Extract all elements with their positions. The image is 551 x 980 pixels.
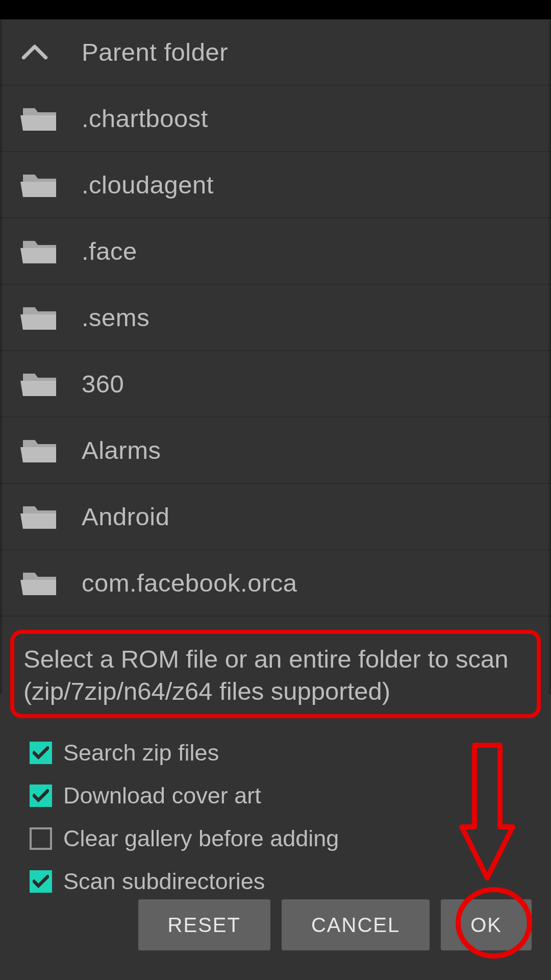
folder-name: Android xyxy=(82,502,169,531)
folder-row[interactable]: 360 xyxy=(0,351,551,418)
file-browser-list: Parent folder .chartboost .cloudagent .f… xyxy=(0,19,551,617)
dialog-buttons: RESET CANCEL OK xyxy=(138,899,532,950)
folder-icon xyxy=(20,568,82,598)
option-clear-gallery[interactable]: Clear gallery before adding xyxy=(30,817,521,860)
folder-name: .sems xyxy=(82,303,149,332)
folder-name: com.facebook.orca xyxy=(82,569,297,597)
instruction-box: Select a ROM file or an entire folder to… xyxy=(10,630,541,718)
svg-marker-7 xyxy=(21,581,56,595)
folder-icon xyxy=(20,302,82,333)
folder-icon xyxy=(20,169,82,200)
cancel-button[interactable]: CANCEL xyxy=(282,899,430,950)
folder-icon xyxy=(20,435,82,465)
folder-row[interactable]: Alarms xyxy=(0,418,551,484)
option-download-cover-art[interactable]: Download cover art xyxy=(30,774,521,817)
folder-icon xyxy=(20,103,82,134)
folder-row[interactable]: .cloudagent xyxy=(0,152,551,218)
folder-row[interactable]: Android xyxy=(0,484,551,550)
folder-name: .cloudagent xyxy=(82,170,214,199)
option-label: Scan subdirectories xyxy=(63,868,265,895)
folder-row[interactable]: .face xyxy=(0,218,551,285)
chevron-up-icon xyxy=(20,43,82,61)
svg-marker-5 xyxy=(21,448,56,462)
folder-name: .face xyxy=(82,237,137,265)
svg-marker-0 xyxy=(21,116,56,131)
folder-name: Alarms xyxy=(82,436,161,464)
option-label: Clear gallery before adding xyxy=(63,825,339,852)
reset-button[interactable]: RESET xyxy=(138,899,270,950)
status-bar xyxy=(0,0,551,19)
folder-row[interactable]: .chartboost xyxy=(0,86,551,152)
parent-folder-label: Parent folder xyxy=(82,38,228,66)
option-label: Download cover art xyxy=(63,782,261,809)
checkbox-scan-subdirs[interactable] xyxy=(30,870,52,893)
folder-icon xyxy=(20,501,82,532)
option-label: Search zip files xyxy=(63,740,219,766)
ok-button[interactable]: OK xyxy=(441,899,532,950)
svg-marker-2 xyxy=(21,249,56,263)
folder-icon xyxy=(20,236,82,266)
folder-name: 360 xyxy=(82,370,124,398)
folder-icon xyxy=(20,369,82,399)
option-search-zip[interactable]: Search zip files xyxy=(30,731,521,774)
instruction-text: Select a ROM file or an entire folder to… xyxy=(23,643,528,707)
svg-marker-6 xyxy=(21,514,56,529)
svg-marker-3 xyxy=(21,315,56,330)
svg-marker-4 xyxy=(21,382,56,396)
checkbox-clear-gallery[interactable] xyxy=(30,827,52,850)
scan-options: Search zip files Download cover art Clea… xyxy=(0,723,551,903)
option-scan-subdirectories[interactable]: Scan subdirectories xyxy=(30,860,521,903)
folder-row[interactable]: .sems xyxy=(0,285,551,351)
folder-name: .chartboost xyxy=(82,104,208,133)
checkbox-cover-art[interactable] xyxy=(30,785,52,807)
checkbox-search-zip[interactable] xyxy=(30,742,52,764)
parent-folder-row[interactable]: Parent folder xyxy=(0,19,551,86)
folder-row[interactable]: com.facebook.orca xyxy=(0,550,551,617)
svg-marker-1 xyxy=(21,183,56,197)
